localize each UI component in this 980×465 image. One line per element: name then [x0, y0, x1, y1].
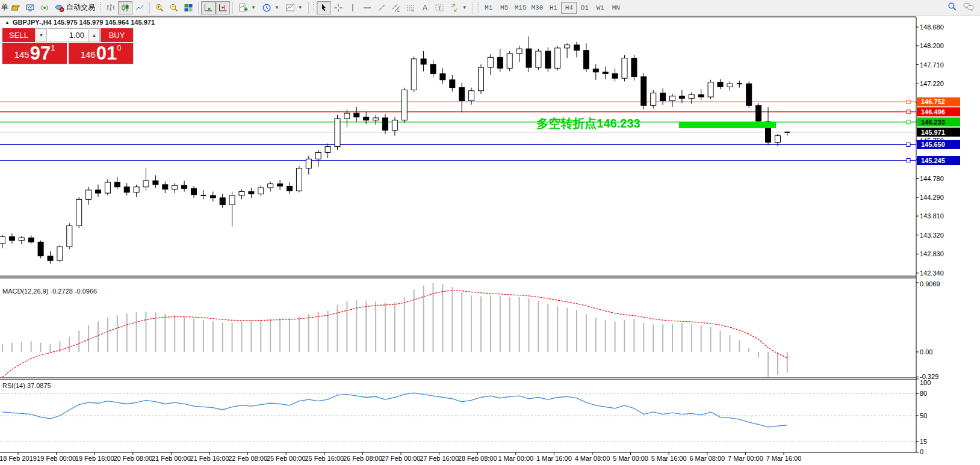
buy-button[interactable]: BUY: [101, 28, 133, 42]
indicators-menu-button[interactable]: ▼: [235, 1, 259, 14]
svg-text:21 Feb 16:00: 21 Feb 16:00: [190, 455, 229, 462]
search-icon[interactable]: [947, 2, 957, 14]
timeframe-d1[interactable]: D1: [577, 2, 592, 14]
svg-text:19 Feb 16:00: 19 Feb 16:00: [75, 455, 114, 462]
line-chart-icon[interactable]: [132, 1, 147, 14]
trendline-tool-icon[interactable]: [374, 1, 389, 14]
volume-increase-button[interactable]: ▲: [88, 28, 100, 42]
svg-text:145.245: 145.245: [921, 157, 945, 164]
tile-windows-icon[interactable]: [181, 1, 196, 14]
signals-icon[interactable]: [37, 1, 52, 14]
macd-axis[interactable]: 0.90690.00-0.329: [916, 280, 940, 380]
rsi-axis[interactable]: 1008050150: [916, 379, 931, 455]
chart-window[interactable]: 148.680148.200147.710147.220146.730146.2…: [0, 16, 980, 465]
svg-text:25 Feb 00:00: 25 Feb 00:00: [267, 455, 306, 462]
collapse-triangle-icon[interactable]: ▲: [5, 20, 10, 25]
svg-text:147.220: 147.220: [920, 80, 944, 87]
svg-text:146.752: 146.752: [921, 98, 945, 105]
svg-text:144.290: 144.290: [920, 194, 944, 201]
candlestick-chart-icon[interactable]: [118, 1, 132, 14]
bar-chart-icon[interactable]: [104, 1, 118, 14]
volume-input[interactable]: 1.00: [48, 28, 88, 42]
channel-tool-icon[interactable]: E: [389, 1, 403, 14]
one-click-trading-panel: SELL ▼ 1.00 ▲ BUY 145971 146010: [2, 28, 134, 64]
svg-text:15: 15: [920, 438, 927, 445]
templates-menu-button[interactable]: ▼: [282, 1, 306, 14]
svg-text:143.320: 143.320: [920, 232, 944, 239]
timeframe-group: M1M5M15M30H1H4D1W1MN: [481, 2, 624, 14]
svg-text:T: T: [438, 5, 441, 11]
sell-button[interactable]: SELL: [2, 28, 35, 42]
auto-scroll-icon[interactable]: [201, 1, 216, 14]
text-tool-icon[interactable]: A: [418, 1, 432, 14]
timeframe-h1[interactable]: H1: [545, 2, 561, 14]
svg-text:19 Feb 00:00: 19 Feb 00:00: [37, 455, 76, 462]
svg-text:147.710: 147.710: [920, 61, 944, 69]
timeframe-m5[interactable]: M5: [497, 2, 512, 14]
svg-text:28 Feb 08:00: 28 Feb 08:00: [458, 455, 497, 462]
toolbar: 单 自动交易 ▼ ▼: [0, 0, 980, 16]
crosshair-tool-icon[interactable]: [331, 1, 346, 14]
toolbar-separator: [232, 2, 233, 14]
sell-price-display[interactable]: 145971: [2, 43, 67, 64]
autotrading-button[interactable]: 自动交易: [52, 1, 98, 14]
chart-title: ▲ GBPJPY-,H4 145.975 145.979 145.964 145…: [5, 19, 155, 26]
chat-icon[interactable]: [963, 2, 974, 14]
chart-frame: [0, 17, 916, 452]
horizontal-line-tool-icon[interactable]: [360, 1, 374, 14]
zoom-in-icon[interactable]: [152, 1, 167, 14]
buy-price-display[interactable]: 146010: [69, 43, 133, 64]
timeframe-h4[interactable]: H4: [561, 2, 577, 14]
svg-text:6 Mar 08:00: 6 Mar 08:00: [689, 455, 725, 462]
volume-decrease-button[interactable]: ▼: [36, 28, 47, 42]
dropdown-caret: ▼: [251, 5, 256, 10]
timeframe-mn[interactable]: MN: [608, 2, 624, 14]
svg-text:146.496: 146.496: [921, 108, 945, 115]
candles-layer: [0, 36, 790, 263]
price-line-labels[interactable]: 146.752146.496146.233145.971145.650145.2…: [917, 97, 960, 165]
dropdown-caret: ▼: [274, 5, 279, 10]
symbol-ohlc-label: GBPJPY-,H4 145.975 145.979 145.964 145.9…: [13, 19, 155, 26]
chart-shift-icon[interactable]: [216, 1, 230, 14]
timeframe-m15[interactable]: M15: [512, 2, 529, 14]
price-axis[interactable]: 148.680148.200147.710147.220146.730146.2…: [916, 23, 944, 277]
price-lines[interactable]: [0, 100, 916, 162]
svg-text:21 Feb 00:00: 21 Feb 00:00: [152, 455, 191, 462]
svg-text:F: F: [412, 9, 414, 13]
svg-text:80: 80: [920, 390, 927, 397]
market-depth-icon[interactable]: [8, 1, 23, 14]
svg-text:148.200: 148.200: [920, 42, 944, 49]
zoom-out-icon[interactable]: [167, 1, 181, 14]
sell-price-small: 145: [14, 47, 29, 63]
toolbar-grip: [477, 2, 480, 13]
fibonacci-tool-icon[interactable]: F: [403, 1, 418, 14]
svg-text:22 Feb 08:00: 22 Feb 08:00: [228, 455, 267, 462]
new-order-button[interactable]: 单: [1, 2, 8, 13]
svg-text:143.810: 143.810: [920, 212, 944, 220]
sell-price-big: 97: [30, 45, 51, 63]
svg-text:100: 100: [920, 379, 931, 386]
arrows-tool-button[interactable]: ▼: [447, 1, 470, 14]
vertical-line-tool-icon[interactable]: [346, 1, 360, 14]
strategy-tester-icon[interactable]: [23, 1, 37, 14]
svg-text:0.00: 0.00: [920, 348, 932, 356]
chart-canvas[interactable]: 148.680148.200147.710147.220146.730146.2…: [0, 16, 980, 465]
rsi-layer: [0, 393, 916, 442]
svg-text:27 Feb 00:00: 27 Feb 00:00: [382, 455, 421, 462]
timeframe-m1[interactable]: M1: [481, 2, 497, 14]
svg-text:26 Feb 08:00: 26 Feb 08:00: [343, 455, 382, 462]
text-label-tool-icon[interactable]: T: [432, 1, 447, 14]
svg-text:145.971: 145.971: [921, 129, 945, 136]
highlight-rectangle[interactable]: [679, 122, 776, 128]
dropdown-caret: ▼: [298, 5, 303, 10]
timeframe-w1[interactable]: W1: [592, 2, 608, 14]
buy-price-small: 146: [81, 47, 96, 63]
time-axis[interactable]: 18 Feb 201919 Feb 00:0019 Feb 16:0020 Fe…: [0, 452, 801, 462]
svg-text:25 Feb 16:00: 25 Feb 16:00: [305, 455, 344, 462]
svg-text:1 Mar 16:00: 1 Mar 16:00: [536, 455, 572, 462]
svg-text:5 Mar 00:00: 5 Mar 00:00: [613, 455, 648, 462]
svg-text:7 Mar 00:00: 7 Mar 00:00: [728, 455, 763, 462]
periods-menu-button[interactable]: ▼: [259, 1, 282, 14]
timeframe-m30[interactable]: M30: [529, 2, 546, 14]
cursor-tool-icon[interactable]: [317, 1, 331, 14]
